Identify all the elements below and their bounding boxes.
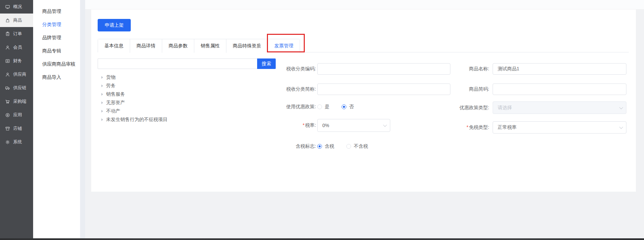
- apply-publish-button[interactable]: 申请上架: [98, 19, 131, 31]
- submenu-item-商品导入[interactable]: 商品导入: [33, 71, 80, 84]
- bag-icon: [5, 18, 10, 23]
- product-name-input[interactable]: [493, 63, 626, 75]
- radio-label: 否: [349, 104, 354, 110]
- tax-free-type-select[interactable]: 正常税率: [493, 121, 626, 134]
- product-name-label: 商品名称:: [412, 66, 493, 72]
- tax-free-type-label: 免税类型:: [412, 124, 493, 130]
- form-row-policy-type: 优惠政策类型: 请选择: [412, 101, 626, 114]
- sidebar-item-label: 概况: [13, 4, 22, 10]
- chevron-down-icon: [619, 105, 623, 109]
- submenu-item-分类管理[interactable]: 分类管理: [33, 18, 80, 31]
- form-row-tax-rate: 税率: 0%: [226, 119, 390, 132]
- radio-label: 不含税: [354, 143, 368, 149]
- tab-商品详情[interactable]: 商品详情: [130, 39, 162, 53]
- policy-type-label: 优惠政策类型:: [412, 105, 493, 111]
- sidebar-item-财务[interactable]: 财务: [0, 54, 33, 68]
- truck-icon: [5, 86, 10, 91]
- tree-node-label: 无形资产: [106, 100, 125, 106]
- chevron-down-icon: [619, 125, 623, 129]
- secondary-menu: 商品管理分类管理品牌管理商品专辑供应商商品审核商品导入: [33, 0, 80, 240]
- tax-short-name-label: 税收分类简称:: [226, 86, 317, 92]
- tree-node-label: 货物: [106, 74, 116, 80]
- sidebar-item-label: 财务: [13, 58, 22, 64]
- tax-free-type-value: 正常税率: [498, 124, 517, 130]
- bottom-scrollbar[interactable]: [0, 238, 644, 240]
- form-row-tax-free-type: 免税类型: 正常税率: [412, 121, 626, 134]
- sidebar-item-订单[interactable]: 订单: [0, 27, 33, 41]
- monitor-icon: [5, 4, 10, 9]
- tax-included-radio-group: 含税不含税: [317, 143, 380, 149]
- policy-type-placeholder: 请选择: [498, 105, 512, 111]
- tax-rate-label: 税率:: [226, 122, 317, 128]
- sidebar-item-label: 供应链: [13, 85, 26, 91]
- radio-circle-icon: [317, 104, 322, 109]
- cart-icon: [5, 99, 10, 104]
- policy-type-select[interactable]: 请选择: [493, 101, 626, 114]
- sidebar-item-label: 供应商: [13, 71, 26, 77]
- sidebar-item-商品[interactable]: 商品: [0, 14, 33, 27]
- caret-right-icon[interactable]: [101, 118, 103, 121]
- sidebar-item-概况[interactable]: 概况: [0, 0, 33, 14]
- radio-label: 含税: [325, 143, 334, 149]
- app-window: 概况商品订单会员财务供应商供应链采购端应用店铺系统 商品管理分类管理品牌管理商品…: [0, 0, 644, 240]
- sidebar-item-系统[interactable]: 系统: [0, 135, 33, 149]
- tab-发票管理[interactable]: 发票管理: [268, 39, 300, 53]
- primary-sidebar: 概况商品订单会员财务供应商供应链采购端应用店铺系统: [0, 0, 33, 240]
- gear-icon: [5, 140, 10, 145]
- sidebar-item-label: 店铺: [13, 125, 22, 131]
- sidebar-item-label: 商品: [13, 17, 22, 23]
- sidebar-item-label: 会员: [13, 44, 22, 50]
- tax-rate-value: 0%: [322, 123, 329, 128]
- caret-right-icon[interactable]: [101, 76, 103, 79]
- product-short-code-input[interactable]: [493, 83, 626, 95]
- tab-销售属性[interactable]: 销售属性: [194, 39, 226, 53]
- caret-right-icon[interactable]: [101, 85, 103, 87]
- form-row-product-short-code: 商品简码:: [412, 83, 626, 95]
- use-policy-label: 使用优惠政策:: [226, 104, 317, 110]
- product-tabs: 基本信息商品详情商品参数销售属性商品特殊资质发票管理: [98, 39, 629, 52]
- sidebar-item-label: 系统: [13, 139, 22, 145]
- sidebar-item-label: 应用: [13, 112, 22, 118]
- sidebar-item-店铺[interactable]: 店铺: [0, 122, 33, 135]
- submenu-item-供应商商品审核[interactable]: 供应商商品审核: [33, 57, 80, 71]
- menu-gutter: [80, 0, 85, 240]
- tax-rate-select[interactable]: 0%: [317, 119, 390, 132]
- tab-label: 销售属性: [201, 43, 220, 49]
- caret-right-icon[interactable]: [101, 110, 103, 113]
- form-row-tax-included: 含税标志: 含税不含税: [226, 143, 380, 150]
- tab-商品参数[interactable]: 商品参数: [162, 39, 194, 53]
- tab-label: 商品参数: [169, 43, 188, 49]
- chevron-down-icon: [383, 123, 387, 127]
- invoice-management-panel: 申请上架 基本信息商品详情商品参数销售属性商品特殊资质发票管理 搜索 货物劳务销…: [91, 9, 636, 192]
- sidebar-item-供应商[interactable]: 供应商: [0, 68, 33, 81]
- use-policy-radio-group: 是否: [317, 104, 366, 110]
- tree-node-label: 未发生销售行为的不征税项目: [106, 117, 168, 123]
- clipboard-icon: [5, 31, 10, 37]
- radio-circle-icon: [346, 144, 351, 149]
- radio-option-是[interactable]: 是: [317, 104, 329, 110]
- submenu-item-商品管理[interactable]: 商品管理: [33, 5, 80, 18]
- tree-node-label: 劳务: [106, 83, 116, 89]
- caret-right-icon[interactable]: [101, 93, 103, 96]
- sidebar-item-供应链[interactable]: 供应链: [0, 81, 33, 95]
- submenu-item-品牌管理[interactable]: 品牌管理: [33, 31, 80, 44]
- submenu-item-商品专辑[interactable]: 商品专辑: [33, 44, 80, 57]
- caret-right-icon[interactable]: [101, 101, 103, 104]
- sidebar-item-label: 采购端: [13, 98, 26, 104]
- tab-label: 商品特殊资质: [233, 43, 261, 49]
- radio-option-不含税[interactable]: 不含税: [346, 143, 368, 149]
- sidebar-item-会员[interactable]: 会员: [0, 41, 33, 54]
- form-row-product-name: 商品名称:: [412, 63, 626, 75]
- radio-option-否[interactable]: 否: [342, 104, 354, 110]
- tab-label: 发票管理: [274, 43, 293, 49]
- product-short-code-label: 商品简码:: [412, 86, 493, 92]
- sidebar-item-应用[interactable]: 应用: [0, 108, 33, 122]
- sidebar-item-采购端[interactable]: 采购端: [0, 95, 33, 108]
- supplier-icon: [5, 72, 10, 77]
- tab-基本信息[interactable]: 基本信息: [98, 39, 130, 53]
- user-icon: [5, 45, 10, 50]
- tab-商品特殊资质[interactable]: 商品特殊资质: [226, 39, 268, 53]
- radio-option-含税[interactable]: 含税: [317, 143, 334, 149]
- tax-category-tree: 货物劳务销售服务无形资产不动产未发生销售行为的不征税项目: [98, 73, 267, 124]
- tree-node-label: 不动产: [106, 108, 120, 114]
